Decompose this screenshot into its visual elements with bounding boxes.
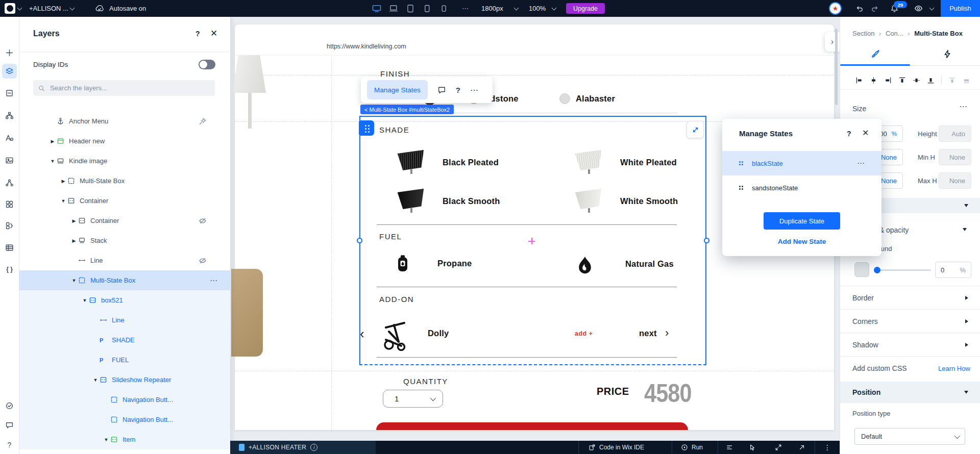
- hidden-icon[interactable]: [199, 217, 207, 225]
- match-width-icon[interactable]: [948, 77, 956, 84]
- undo-icon[interactable]: [855, 5, 864, 13]
- rail-pages-icon[interactable]: [2, 86, 17, 100]
- expand-down-icon[interactable]: ▼: [91, 377, 100, 383]
- canvas-scrollbar[interactable]: [835, 29, 838, 105]
- fill-color-swatch[interactable]: [854, 262, 869, 277]
- wix-logo[interactable]: [5, 3, 15, 14]
- design-row-border[interactable]: Border: [840, 286, 980, 309]
- rail-feedback-icon[interactable]: [2, 418, 17, 433]
- rail-media-icon[interactable]: [2, 153, 17, 168]
- align-bottom-icon[interactable]: [927, 77, 935, 84]
- comment-icon[interactable]: [437, 86, 446, 94]
- chevron-down-icon[interactable]: [17, 6, 22, 11]
- expand-right-icon[interactable]: ▶: [59, 179, 67, 184]
- layer-item-anchor-menu[interactable]: Anchor Menu: [19, 111, 230, 131]
- max-height-field[interactable]: None: [939, 172, 971, 189]
- rail-connections-icon[interactable]: [2, 175, 17, 190]
- min-height-field[interactable]: None: [939, 149, 971, 165]
- layer-item-navigation-butt[interactable]: Navigation Butt...: [19, 410, 230, 430]
- rail-checklist-icon[interactable]: [2, 398, 17, 413]
- drag-handle[interactable]: [359, 120, 374, 136]
- expand-right-icon[interactable]: ▶: [70, 238, 78, 243]
- layer-item-slideshow-repeater[interactable]: ▼Slideshow Repeater: [19, 370, 230, 390]
- redo-icon[interactable]: [871, 5, 879, 13]
- duplicate-state-button[interactable]: Duplicate State: [764, 212, 840, 230]
- search-input[interactable]: [49, 84, 210, 92]
- position-section-header[interactable]: Position: [840, 382, 980, 403]
- page-context[interactable]: +ALLISON HEATER i: [230, 441, 376, 454]
- chevron-down-icon[interactable]: [514, 6, 519, 11]
- expand-down-icon[interactable]: ▼: [102, 437, 110, 442]
- resize-handle-right[interactable]: [704, 238, 709, 243]
- tab-interactions[interactable]: [942, 48, 953, 60]
- more-icon[interactable]: ⋯: [210, 276, 218, 285]
- drag-dots-icon[interactable]: [739, 161, 741, 163]
- width-unit[interactable]: %: [892, 131, 897, 137]
- run-button[interactable]: Run: [681, 441, 703, 454]
- chevron-down-icon[interactable]: [552, 6, 557, 11]
- layer-item-multi-state-box[interactable]: ▶Multi-State Box: [19, 171, 230, 191]
- preview-eye-icon[interactable]: [914, 4, 923, 13]
- select-element-icon[interactable]: [749, 441, 756, 454]
- carousel-prev-icon[interactable]: ‹: [360, 329, 364, 339]
- add-new-state-link[interactable]: Add New State: [722, 238, 881, 245]
- rail-typography-icon[interactable]: [2, 131, 17, 145]
- autosave-label[interactable]: Autosave on: [109, 5, 146, 12]
- quantity-select[interactable]: 1: [383, 390, 443, 408]
- design-row-shadow[interactable]: Shadow: [840, 333, 980, 356]
- expand-down-icon[interactable]: ▼: [48, 159, 57, 164]
- breadcrumb-container[interactable]: Con...: [886, 30, 903, 37]
- layer-item-shade[interactable]: PSHADE: [19, 330, 230, 350]
- rail-layers-icon[interactable]: [2, 64, 17, 79]
- rail-sitemap-icon[interactable]: [2, 108, 17, 123]
- fuel-option-natural-gas[interactable]: Natural Gas: [577, 253, 593, 275]
- state-row-blackState[interactable]: blackState⋯: [722, 151, 881, 175]
- state-row-sandstoneState[interactable]: sandstoneState: [722, 175, 881, 200]
- align-right-icon[interactable]: [884, 77, 892, 84]
- code-in-wix-ide-button[interactable]: Code in Wix IDE: [589, 441, 644, 454]
- expand-console-icon[interactable]: [775, 441, 782, 454]
- more-icon[interactable]: ⋮: [824, 441, 831, 454]
- carousel-next-icon[interactable]: ›: [665, 328, 669, 338]
- rail-cms-icon[interactable]: [2, 240, 17, 255]
- layer-item-fuel[interactable]: PFUEL: [19, 350, 230, 370]
- avatar[interactable]: ★: [829, 2, 842, 15]
- console-icon[interactable]: [726, 441, 733, 454]
- hidden-icon[interactable]: [199, 257, 207, 265]
- zoom-value[interactable]: 100%: [529, 5, 546, 12]
- help-icon[interactable]: ?: [847, 130, 851, 138]
- breakpoint-tablet-icon[interactable]: [406, 4, 415, 13]
- rail-code-icon[interactable]: { }: [2, 262, 17, 276]
- tab-design[interactable]: [870, 48, 881, 60]
- more-icon[interactable]: ⋯: [857, 159, 865, 168]
- breakpoint-mobile-icon[interactable]: [423, 4, 432, 13]
- layer-item-stack[interactable]: ▶Stack: [19, 231, 230, 250]
- pin-icon[interactable]: [199, 117, 207, 125]
- breakpoint-desktop-icon[interactable]: [372, 4, 381, 13]
- layer-item-box521[interactable]: ▼box521: [19, 290, 230, 310]
- expand-down-icon[interactable]: ▼: [81, 298, 89, 303]
- center-horizontal-icon[interactable]: [870, 77, 877, 84]
- layer-item-header-new[interactable]: ▶Header new: [19, 131, 230, 151]
- rail-add-elements-icon[interactable]: [2, 45, 17, 60]
- opacity-slider-handle[interactable]: [874, 267, 880, 273]
- manage-states-button[interactable]: Manage States: [367, 80, 428, 99]
- design-row-corners[interactable]: Corners: [840, 309, 980, 333]
- layer-item-multi-state-box[interactable]: ▼Multi-State Box⋯: [19, 270, 230, 290]
- resize-handle-left[interactable]: [357, 238, 362, 243]
- chevron-down-icon[interactable]: [70, 6, 75, 11]
- align-top-icon[interactable]: [898, 77, 906, 84]
- layer-item-container[interactable]: ▼Container: [19, 191, 230, 211]
- upgrade-button[interactable]: Upgrade: [566, 3, 605, 14]
- expand-state-button[interactable]: [687, 121, 704, 138]
- rail-apps-icon[interactable]: [2, 197, 17, 212]
- expand-right-icon[interactable]: ▶: [48, 139, 57, 144]
- add-to-cart-button[interactable]: [376, 422, 688, 430]
- drag-dots-icon[interactable]: [739, 186, 741, 187]
- open-external-icon[interactable]: [798, 441, 805, 454]
- center-vertical-icon[interactable]: [913, 77, 920, 84]
- layer-item-kindle-image[interactable]: ▼Kindle image: [19, 151, 230, 171]
- more-breakpoints-icon[interactable]: ⋯: [462, 5, 469, 12]
- close-icon[interactable]: ✕: [210, 28, 217, 39]
- close-icon[interactable]: ✕: [862, 128, 869, 138]
